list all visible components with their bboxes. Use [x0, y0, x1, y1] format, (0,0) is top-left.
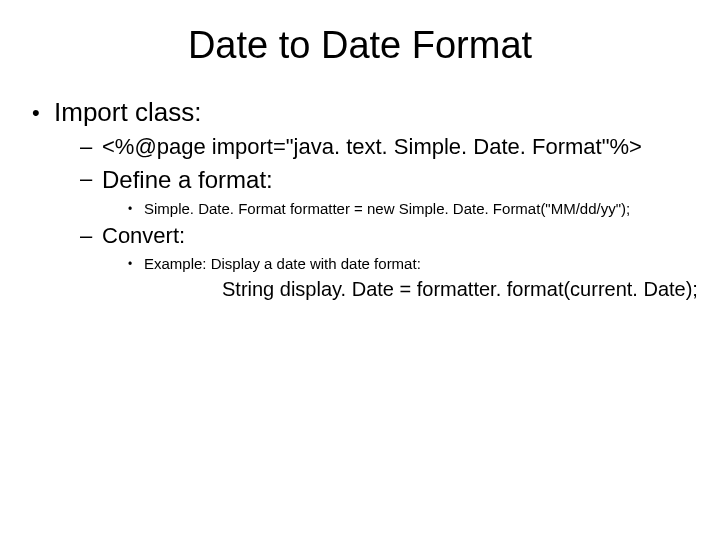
lvl1-text: Import class: [54, 97, 201, 127]
slide: Date to Date Format Import class: <%@pag… [0, 0, 720, 540]
lvl1-item-import-class: Import class: <%@page import="java. text… [28, 97, 700, 301]
lvl3-item-formatter: Simple. Date. Format formatter = new Sim… [128, 200, 700, 217]
lvl2-text: Convert: [102, 223, 185, 248]
bullet-list-lvl3: Example: Display a date with date format… [102, 255, 700, 272]
code-line-display-date: String display. Date = formatter. format… [102, 278, 700, 301]
lvl2-item-define-format: Define a format: Simple. Date. Format fo… [80, 166, 700, 217]
lvl3-item-example-label: Example: Display a date with date format… [128, 255, 700, 272]
slide-title: Date to Date Format [0, 0, 720, 97]
lvl2-text: <%@page import="java. text. Simple. Date… [102, 134, 642, 159]
lvl3-text: Example: Display a date with date format… [144, 255, 421, 272]
bullet-list-lvl1: Import class: <%@page import="java. text… [28, 97, 700, 301]
lvl2-item-convert: Convert: Example: Display a date with da… [80, 223, 700, 301]
lvl2-item-import-directive: <%@page import="java. text. Simple. Date… [80, 134, 700, 160]
bullet-list-lvl3: Simple. Date. Format formatter = new Sim… [102, 200, 700, 217]
lvl2-text: Define a format: [102, 166, 273, 193]
lvl3-text: Simple. Date. Format formatter = new Sim… [144, 200, 630, 217]
slide-content: Import class: <%@page import="java. text… [0, 97, 720, 301]
bullet-list-lvl2: <%@page import="java. text. Simple. Date… [54, 134, 700, 301]
